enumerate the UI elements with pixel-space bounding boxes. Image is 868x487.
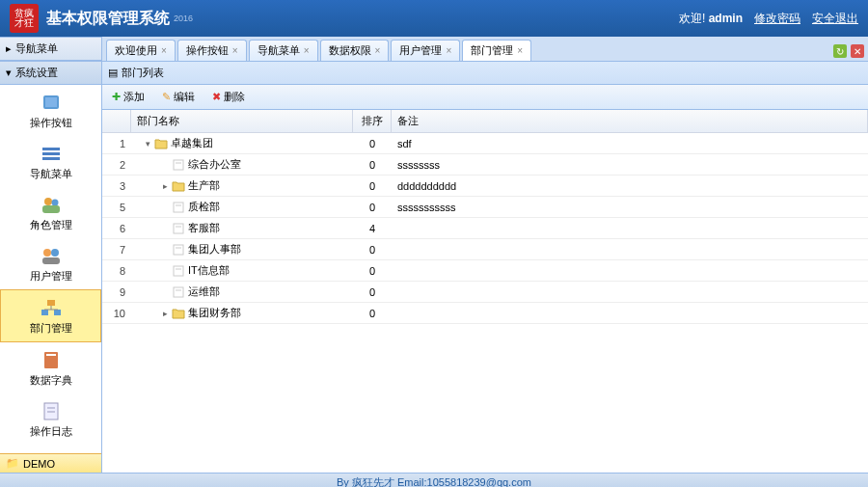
edit-button[interactable]: ✎ 编辑 — [158, 88, 199, 106]
sidebar-item-label: 部门管理 — [5, 321, 96, 336]
tab-4[interactable]: 用户管理× — [391, 40, 460, 61]
panel-title-text: 部门列表 — [122, 66, 164, 80]
refresh-icon[interactable]: ↻ — [833, 44, 847, 58]
sidebar-item-label: 角色管理 — [4, 218, 97, 232]
sidebar-item-label: 操作按钮 — [4, 116, 97, 130]
svg-point-8 — [43, 249, 51, 257]
tab-tools: ↻ ✕ — [833, 44, 864, 61]
dept-name: 综合办公室 — [188, 157, 241, 172]
row-remark — [392, 289, 868, 295]
tab-label: 数据权限 — [329, 43, 371, 58]
svg-rect-11 — [47, 300, 55, 306]
tree-toggle-icon[interactable]: ▸ — [158, 307, 172, 320]
accordion-label: DEMO — [23, 458, 55, 470]
row-name-cell: ▸集团财务部 — [131, 303, 353, 323]
button-label: 编辑 — [174, 90, 195, 104]
accordion-demo[interactable]: 📁 DEMO — [0, 453, 101, 473]
change-password-link[interactable]: 修改密码 — [754, 11, 800, 27]
row-name-cell: 质检部 — [131, 197, 353, 217]
sidebar-item-1[interactable]: 导航菜单 — [0, 136, 101, 187]
row-number: 2 — [102, 156, 131, 174]
dept-name: 运维部 — [188, 284, 220, 299]
table-row[interactable]: 6客服部4 — [102, 218, 868, 239]
table-row[interactable]: 3▸生产部0dddddddddd — [102, 176, 868, 197]
delete-icon: ✖ — [212, 91, 221, 103]
row-name-cell: ▾卓越集团 — [131, 133, 353, 153]
sidebar-item-2[interactable]: 角色管理 — [0, 187, 101, 238]
table-row[interactable]: 9运维部0 — [102, 282, 868, 303]
accordion-nav-menu[interactable]: ▸ 导航菜单 — [0, 37, 101, 61]
sidebar-item-7[interactable]: 个性化设置 — [0, 445, 101, 453]
tab-2[interactable]: 导航菜单× — [249, 40, 318, 61]
users-role-icon — [38, 193, 65, 216]
footer-text: By 疯狂先才 Email:1055818239@qq.com — [337, 476, 531, 487]
menu-icon-icon — [38, 142, 65, 165]
plus-icon: ✚ — [112, 91, 121, 103]
tab-label: 导航菜单 — [258, 43, 300, 58]
svg-rect-32 — [174, 245, 183, 255]
table-row[interactable]: 7集团人事部0 — [102, 239, 868, 260]
logout-link[interactable]: 安全退出 — [812, 11, 858, 27]
folder-icon — [172, 308, 185, 319]
sidebar-item-5[interactable]: 数据字典 — [0, 342, 101, 393]
chevron-down-icon: ▾ — [6, 67, 12, 79]
svg-rect-1 — [45, 97, 57, 107]
sidebar-item-4[interactable]: 部门管理 — [0, 289, 101, 342]
close-icon[interactable]: × — [304, 45, 310, 56]
tab-3[interactable]: 数据权限× — [320, 40, 390, 61]
accordion-system-settings[interactable]: ▾ 系统设置 — [0, 61, 101, 85]
svg-rect-12 — [41, 310, 48, 315]
row-sort: 0 — [353, 262, 392, 280]
svg-rect-30 — [174, 224, 183, 233]
sidebar-item-3[interactable]: 用户管理 — [0, 238, 101, 289]
row-number: 5 — [102, 199, 131, 216]
sidebar-item-0[interactable]: 操作按钮 — [0, 85, 101, 136]
delete-button[interactable]: ✖ 删除 — [208, 88, 249, 106]
close-all-icon[interactable]: ✕ — [851, 44, 864, 58]
folder-icon — [154, 138, 168, 149]
tree-toggle-icon[interactable]: ▸ — [158, 179, 172, 193]
row-remark: sssssssssss — [392, 199, 868, 216]
row-number: 1 — [102, 135, 131, 152]
close-icon[interactable]: × — [161, 45, 167, 56]
chevron-right-icon: ▸ — [6, 42, 12, 55]
row-sort: 0 — [353, 305, 392, 322]
tree-toggle-icon — [158, 158, 172, 172]
svg-point-9 — [51, 249, 59, 257]
col-name[interactable]: 部门名称 — [131, 110, 353, 132]
close-icon[interactable]: × — [446, 45, 451, 56]
table-row[interactable]: 8IT信息部0 — [102, 260, 868, 282]
table-row[interactable]: 2综合办公室0ssssssss — [102, 154, 868, 176]
col-sort[interactable]: 排序 — [353, 110, 392, 132]
svg-rect-17 — [46, 354, 56, 356]
panel-title-bar: ▤ 部门列表 — [102, 62, 868, 85]
add-button[interactable]: ✚ 添加 — [108, 88, 149, 106]
button-label: 添加 — [123, 90, 145, 104]
svg-rect-2 — [42, 148, 60, 150]
row-number: 6 — [102, 220, 131, 237]
close-icon[interactable]: × — [232, 45, 238, 56]
dept-name: 卓越集团 — [171, 136, 213, 150]
row-remark — [392, 268, 868, 274]
table-row[interactable]: 5质检部0sssssssssss — [102, 197, 868, 218]
close-icon[interactable]: × — [375, 45, 381, 56]
tab-5[interactable]: 部门管理× — [462, 40, 531, 61]
table-row[interactable]: 1▾卓越集团0sdf — [102, 133, 868, 154]
close-icon[interactable]: × — [517, 45, 523, 56]
tree-toggle-icon[interactable]: ▾ — [141, 137, 154, 150]
tab-label: 欢迎使用 — [115, 43, 157, 58]
col-remark[interactable]: 备注 — [392, 110, 868, 132]
svg-point-5 — [44, 198, 52, 205]
tab-1[interactable]: 操作按钮× — [177, 40, 247, 61]
tab-0[interactable]: 欢迎使用× — [106, 40, 176, 61]
svg-rect-4 — [42, 157, 60, 160]
sidebar-item-6[interactable]: 操作日志 — [0, 393, 101, 445]
row-name-cell: 运维部 — [131, 282, 353, 302]
svg-rect-3 — [42, 152, 60, 155]
tab-label: 部门管理 — [471, 43, 513, 58]
svg-rect-7 — [42, 205, 60, 213]
row-remark — [392, 247, 868, 253]
accordion-label: 导航菜单 — [15, 41, 58, 56]
table-row[interactable]: 10▸集团财务部0 — [102, 303, 868, 324]
row-remark: ssssssss — [392, 156, 868, 174]
